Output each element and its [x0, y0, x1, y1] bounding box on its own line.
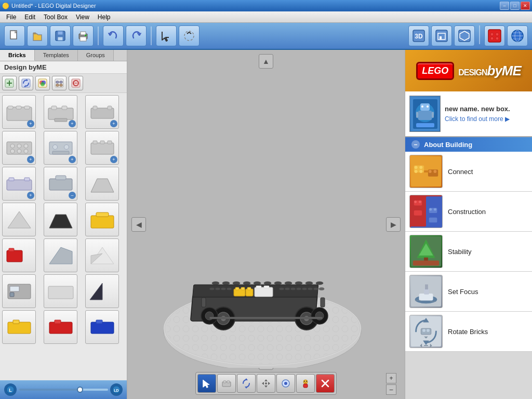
svg-point-140	[221, 288, 226, 290]
svg-marker-77	[49, 215, 72, 228]
brick-item[interactable]	[44, 203, 77, 236]
select-button[interactable]	[156, 25, 177, 46]
print-button[interactable]	[73, 25, 94, 46]
delete-tool[interactable]	[316, 374, 335, 393]
brick-item[interactable]	[44, 238, 77, 272]
undo-button[interactable]	[103, 25, 124, 46]
filter-add[interactable]	[2, 76, 17, 90]
minimize-button[interactable]: –	[500, 2, 509, 10]
brick-item[interactable]	[2, 203, 36, 236]
brick-item[interactable]: +	[85, 95, 119, 129]
maximize-button[interactable]: □	[510, 2, 520, 10]
guide-item-stability[interactable]: Stability	[405, 232, 532, 272]
menu-view[interactable]: View	[72, 12, 94, 22]
svg-text:LD: LD	[114, 389, 118, 392]
menu-help[interactable]: Help	[94, 12, 115, 22]
toolbar-right: 3D	[408, 25, 528, 46]
section-header[interactable]: – About Building	[405, 137, 532, 152]
svg-rect-67	[93, 141, 97, 144]
svg-rect-205	[413, 260, 439, 265]
design-text: DESIGN	[458, 68, 487, 77]
brick-item[interactable]: –	[44, 167, 77, 201]
brick-tool[interactable]	[217, 374, 236, 393]
guide-item-construction[interactable]: Construction	[405, 192, 532, 232]
view-building-button[interactable]	[431, 25, 452, 46]
promo-box[interactable]: new name. new box. Click to find out mor…	[405, 91, 532, 137]
move-tool[interactable]	[257, 374, 275, 393]
open-button[interactable]	[27, 25, 48, 46]
nav-up-arrow[interactable]: ▲	[259, 54, 273, 69]
zoom-in-button[interactable]: +	[386, 373, 396, 383]
nav-left-arrow[interactable]: ◀	[131, 217, 146, 232]
brick-item[interactable]	[85, 167, 119, 201]
brick-item[interactable]	[2, 238, 36, 272]
globe-button[interactable]	[507, 25, 528, 46]
brick-item[interactable]: +	[85, 131, 119, 165]
view3d-button[interactable]: 3D	[408, 25, 429, 46]
select-tool[interactable]	[197, 374, 216, 393]
filter-color[interactable]	[35, 76, 50, 90]
save-button[interactable]	[50, 25, 71, 46]
brick-item[interactable]	[85, 203, 119, 236]
svg-rect-14	[459, 30, 470, 42]
brick-item[interactable]: +	[2, 167, 36, 201]
titlebar-left: 🟡 Untitled* - LEGO Digital Designer	[2, 3, 96, 9]
brick-tool-button[interactable]	[484, 25, 505, 46]
paint-tool[interactable]	[276, 374, 295, 393]
zoom-slider[interactable]	[19, 389, 108, 391]
guide-thumb-construction	[409, 195, 443, 228]
brick-item[interactable]	[2, 274, 36, 308]
brick-item[interactable]: +	[2, 131, 36, 165]
brick-item[interactable]	[85, 238, 119, 272]
svg-rect-81	[9, 248, 14, 251]
build-scene[interactable]	[153, 212, 371, 368]
tab-bricks[interactable]: Bricks	[0, 50, 35, 61]
guide-item-setfocus[interactable]: Set Focus	[405, 272, 532, 312]
redo-button[interactable]	[126, 25, 147, 46]
brick-badge: +	[27, 156, 34, 163]
brick-item[interactable]: +	[44, 131, 77, 165]
new-button[interactable]	[4, 25, 25, 46]
guide-item-rotatebricks[interactable]: Rotate Bricks	[405, 312, 532, 352]
menu-file[interactable]: File	[2, 12, 20, 22]
lego-bottom-icon-right[interactable]: LD	[110, 383, 123, 396]
help-cursor-button[interactable]	[179, 25, 200, 46]
brick-item[interactable]: +	[44, 95, 77, 129]
brick-item[interactable]	[44, 310, 77, 344]
designbyme-text: DESIGNbyME	[458, 63, 521, 79]
zoom-out-button[interactable]: –	[386, 384, 396, 395]
character-tool[interactable]	[296, 374, 315, 393]
brick-badge: +	[27, 120, 34, 127]
brick-item[interactable]	[44, 274, 77, 308]
filter-shape[interactable]	[52, 76, 66, 90]
guide-item-connect[interactable]: Connect	[405, 152, 532, 192]
nav-right-arrow[interactable]: ▶	[386, 217, 401, 232]
menu-edit[interactable]: Edit	[20, 12, 39, 22]
lego-bottom-icon[interactable]: L	[4, 383, 17, 396]
svg-point-197	[429, 208, 432, 211]
svg-rect-51	[55, 118, 67, 122]
filter-bar	[0, 74, 127, 93]
filter-refresh[interactable]	[19, 76, 33, 90]
brick-item[interactable]	[85, 274, 119, 308]
brick-item[interactable]	[85, 310, 119, 344]
svg-point-176	[421, 105, 423, 108]
titlebar: 🟡 Untitled* - LEGO Digital Designer – □ …	[0, 0, 532, 11]
section-collapse-icon[interactable]: –	[411, 140, 420, 149]
view-box-button[interactable]	[454, 25, 475, 46]
tab-templates[interactable]: Templates	[35, 50, 78, 61]
rotate-tool[interactable]	[237, 374, 256, 393]
brick-item[interactable]	[2, 310, 36, 344]
brick-badge: +	[110, 156, 117, 163]
guide-label-setfocus: Set Focus	[448, 288, 478, 296]
tab-groups[interactable]: Groups	[78, 50, 114, 61]
svg-rect-180	[432, 112, 434, 118]
close-button[interactable]: ✕	[521, 2, 530, 10]
promo-cta[interactable]: Click to find out more ▶	[445, 114, 510, 124]
promo-text: new name. new box. Click to find out mor…	[445, 104, 510, 124]
menu-toolbox[interactable]: Tool Box	[39, 12, 72, 22]
svg-point-141	[227, 288, 232, 290]
svg-rect-5	[81, 32, 86, 35]
brick-item[interactable]: +	[2, 95, 36, 129]
filter-reset[interactable]	[69, 76, 83, 90]
